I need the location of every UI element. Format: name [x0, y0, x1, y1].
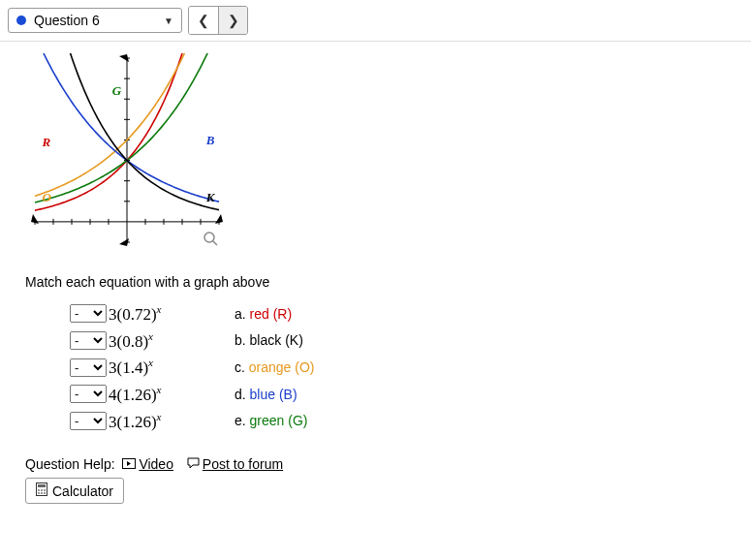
svg-line-31 — [213, 241, 218, 246]
match-row: -3(1.26)xe. green (G) — [25, 411, 726, 432]
chevron-left-icon: ❮ — [198, 13, 209, 28]
topbar: Question 6 ▼ ❮ ❯ — [0, 0, 751, 42]
forum-link[interactable]: Post to forum — [187, 456, 283, 472]
svg-text:G: G — [112, 83, 122, 98]
next-button[interactable]: ❯ — [218, 7, 247, 34]
prompt-text: Match each equation with a graph above — [25, 274, 726, 290]
svg-point-41 — [44, 492, 46, 494]
svg-point-37 — [41, 489, 43, 491]
chevron-right-icon: ❯ — [228, 13, 239, 28]
equation-cell: 3(0.8)x — [109, 330, 235, 352]
svg-text:B: B — [205, 133, 215, 147]
calculator-button[interactable]: Calculator — [25, 478, 124, 504]
graph: RGOBK — [25, 53, 229, 257]
equation-cell: 3(1.4)x — [109, 357, 235, 378]
svg-point-39 — [38, 492, 40, 494]
svg-marker-24 — [119, 238, 129, 246]
answer-cell: d. blue (B) — [235, 387, 297, 402]
match-row: -4(1.26)xd. blue (B) — [25, 384, 726, 405]
match-row: -3(0.8)xb. black (K) — [25, 330, 726, 352]
answer-cell: b. black (K) — [235, 332, 303, 348]
question-dropdown[interactable]: Question 6 ▼ — [8, 8, 182, 33]
calculator-label: Calculator — [52, 483, 113, 499]
svg-marker-22 — [31, 214, 39, 224]
video-label: Video — [139, 456, 173, 472]
svg-text:O: O — [43, 190, 52, 204]
answer-cell: a. red (R) — [235, 306, 292, 322]
svg-marker-33 — [127, 461, 131, 466]
status-dot-icon — [16, 16, 26, 25]
match-row: -3(0.72)xa. red (R) — [25, 303, 726, 325]
answer-cell: e. green (G) — [235, 413, 308, 428]
equation-cell: 4(1.26)x — [109, 384, 235, 405]
forum-label: Post to forum — [203, 456, 283, 472]
answer-cell: c. orange (O) — [235, 359, 314, 375]
question-nav: ❮ ❯ — [188, 6, 248, 35]
svg-point-36 — [38, 489, 40, 491]
match-select[interactable]: - — [70, 385, 107, 403]
help-row: Question Help: Video Post to forum — [25, 456, 726, 472]
match-table: -3(0.72)xa. red (R)-3(0.8)xb. black (K)-… — [25, 303, 726, 431]
svg-marker-21 — [215, 214, 223, 224]
caret-down-icon: ▼ — [164, 16, 173, 26]
svg-marker-23 — [119, 54, 129, 62]
match-select[interactable]: - — [70, 412, 107, 430]
content: RGOBK Match each equation with a graph a… — [0, 42, 751, 515]
question-label: Question 6 — [34, 13, 164, 28]
help-label: Question Help: — [25, 456, 115, 472]
svg-text:R: R — [42, 135, 51, 149]
equation-cell: 3(1.26)x — [109, 411, 235, 432]
prev-button[interactable]: ❮ — [189, 7, 218, 34]
chat-icon — [187, 456, 200, 472]
svg-point-40 — [41, 492, 43, 494]
svg-rect-35 — [38, 484, 46, 487]
match-row: -3(1.4)xc. orange (O) — [25, 357, 726, 378]
svg-text:K: K — [205, 190, 216, 204]
match-select[interactable]: - — [70, 304, 107, 323]
video-icon — [122, 456, 136, 472]
video-link[interactable]: Video — [122, 456, 173, 472]
equation-cell: 3(0.72)x — [109, 303, 235, 325]
match-select[interactable]: - — [70, 331, 107, 350]
zoom-icon[interactable] — [204, 233, 217, 245]
calculator-icon — [36, 482, 47, 499]
svg-point-38 — [44, 489, 46, 491]
match-select[interactable]: - — [70, 358, 107, 377]
